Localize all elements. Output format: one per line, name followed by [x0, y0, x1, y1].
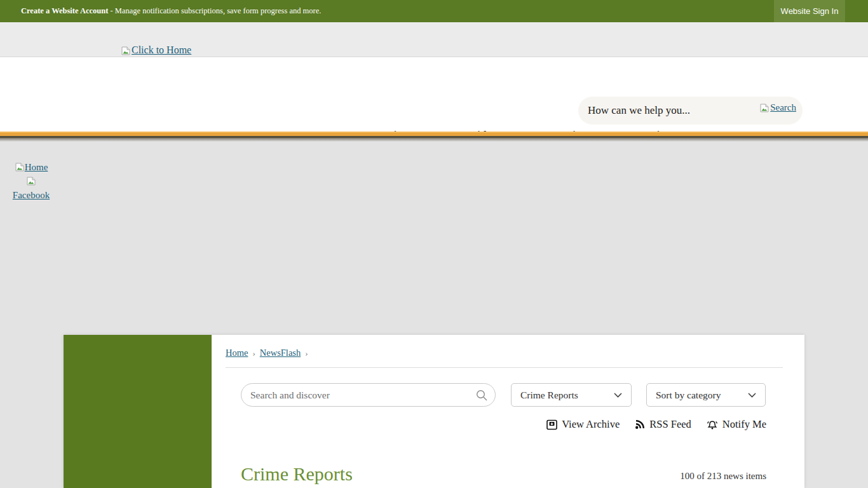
chevron-down-icon: [748, 393, 756, 398]
broken-image-icon: [15, 162, 25, 172]
quick-links-column: Home Facebook: [9, 160, 53, 202]
content-panel: Home›NewsFlash› Crime Reports Sort by ca…: [64, 335, 804, 488]
category-filter-dropdown[interactable]: Crime Reports: [511, 383, 632, 407]
home-quick-link-label: Home: [25, 162, 48, 172]
broken-image-icon: [759, 103, 770, 113]
view-archive-link[interactable]: View Archive: [546, 418, 620, 431]
rss-icon: [635, 419, 645, 430]
home-quick-link[interactable]: Home: [15, 162, 48, 172]
bell-icon: [707, 419, 718, 430]
archive-icon: [546, 419, 557, 430]
broken-image-icon: [121, 46, 131, 56]
rss-feed-link[interactable]: RSS Feed: [635, 418, 691, 431]
gold-divider-bar: [0, 132, 868, 142]
notify-me-link[interactable]: Notify Me: [707, 418, 766, 431]
breadcrumb-separator: ›: [305, 348, 308, 358]
breadcrumb: Home›NewsFlash›: [226, 348, 313, 358]
header-search-input[interactable]: [578, 97, 737, 125]
site-logo-alt-text: Click to Home: [132, 44, 191, 56]
chevron-down-icon: [614, 393, 622, 398]
header-search: Search: [578, 97, 803, 125]
page-title: Crime Reports: [241, 463, 353, 485]
breadcrumb-home-link[interactable]: Home: [226, 348, 248, 358]
search-icon[interactable]: [475, 389, 488, 402]
header-top-strip: Click to Home: [0, 22, 868, 57]
facebook-link[interactable]: Facebook: [13, 176, 50, 200]
breadcrumb-newsflash-link[interactable]: NewsFlash: [260, 348, 301, 358]
header-search-button-label: Search: [770, 102, 796, 113]
main-header: Your County Services Residents Business …: [0, 57, 868, 132]
website-sign-in-button[interactable]: Website Sign In: [774, 0, 845, 22]
news-search-box: [241, 383, 496, 407]
rss-feed-label: RSS Feed: [649, 418, 691, 431]
create-account-link[interactable]: Create a Website Account: [21, 6, 108, 16]
left-sidebar: [64, 335, 212, 488]
news-actions: View Archive RSS Feed Notify Me: [546, 418, 766, 431]
sort-dropdown[interactable]: Sort by category: [646, 383, 766, 407]
gold-bar-shadow-fade: [0, 138, 868, 142]
notify-me-label: Notify Me: [722, 418, 766, 431]
view-archive-label: View Archive: [562, 418, 620, 431]
sort-dropdown-value: Sort by category: [656, 390, 721, 401]
account-promo: Create a Website Account - Manage notifi…: [21, 0, 321, 22]
facebook-link-label: Facebook: [13, 190, 50, 200]
broken-image-icon: [26, 176, 36, 186]
breadcrumb-separator: ›: [252, 348, 255, 358]
header-search-button[interactable]: Search: [759, 102, 796, 113]
site-logo-link[interactable]: Click to Home: [121, 44, 191, 56]
news-search-input[interactable]: [241, 384, 470, 406]
account-promo-text: - Manage notification subscriptions, sav…: [108, 6, 321, 16]
category-filter-value: Crime Reports: [520, 390, 578, 401]
breadcrumb-divider: [226, 367, 783, 368]
top-utility-bar: Create a Website Account - Manage notifi…: [0, 0, 868, 22]
news-count: 100 of 213 news items: [680, 471, 766, 482]
